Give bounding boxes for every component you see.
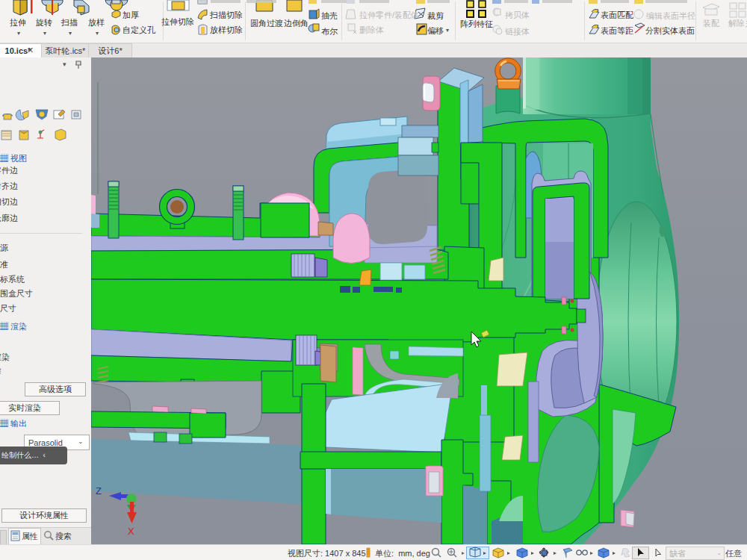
- svg-text:X: X: [128, 526, 134, 537]
- svg-text:Z: Z: [96, 485, 102, 497]
